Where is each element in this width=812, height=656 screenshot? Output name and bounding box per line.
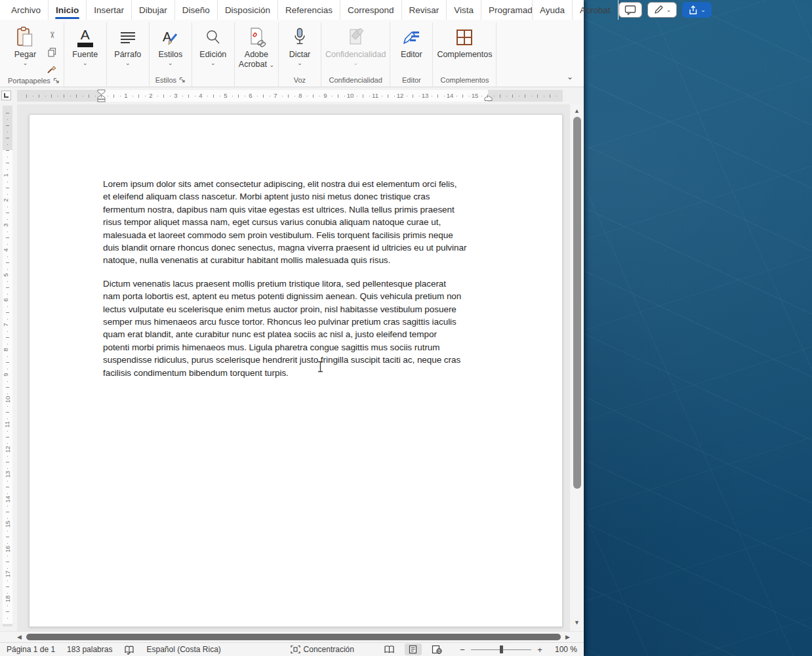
tab-archivo[interactable]: Archivo [4, 0, 49, 20]
scroll-right-arrow[interactable]: ▶ [565, 634, 570, 640]
ruler-tick [7, 356, 8, 357]
ruler-tick [245, 96, 245, 96]
ruler-tick [7, 618, 8, 619]
scroll-down-arrow[interactable]: ▼ [570, 619, 584, 626]
horizontal-scrollbar[interactable]: ◀ ▶ [0, 631, 584, 642]
adobe-acrobat-button[interactable]: Adobe Acrobat ⌄ [239, 25, 274, 70]
word-count[interactable]: 183 palabras [67, 645, 112, 654]
font-label: Fuente [72, 50, 98, 60]
horizontal-ruler[interactable]: 123456789101112131415 [17, 90, 563, 102]
ruler-tick [338, 94, 338, 98]
ruler-tick [7, 157, 8, 157]
ruler-tick [506, 96, 507, 96]
print-layout-button[interactable] [405, 644, 422, 655]
ruler-tick [519, 96, 519, 96]
web-layout-button[interactable] [428, 644, 445, 655]
editor-button[interactable]: Editor [394, 25, 428, 60]
paragraph[interactable]: Lorem ipsum dolor sits amet consectetur … [103, 178, 497, 267]
read-mode-button[interactable] [381, 644, 398, 655]
ruler-tick [6, 362, 9, 363]
tab-acrobat[interactable]: Acrobat [573, 0, 619, 20]
paragraph-menu-button[interactable]: Párrafo ⌄ [111, 25, 145, 66]
zoom-slider-thumb[interactable] [500, 646, 503, 653]
text-line: fermentum nostra, dapibus nam quis vitae… [103, 203, 497, 216]
scroll-left-arrow[interactable]: ◀ [17, 634, 22, 640]
addins-label: Complementos [437, 50, 492, 60]
zoom-slider[interactable] [471, 645, 531, 654]
vertical-scroll-thumb[interactable] [573, 117, 581, 489]
collapse-ribbon-button[interactable]: ⌄ [567, 72, 573, 81]
language-indicator[interactable]: Español (Costa Rica) [146, 645, 220, 654]
ruler-tick [307, 96, 308, 96]
proofing-status[interactable] [124, 645, 134, 655]
vertical-ruler[interactable]: 123456789101112131415161718 [3, 106, 12, 626]
tab-revisar[interactable]: Revisar [402, 0, 447, 20]
font-menu-button[interactable]: A Fuente ⌄ [68, 25, 102, 66]
dialog-launcher-icon[interactable] [53, 77, 60, 84]
scroll-up-arrow[interactable]: ▲ [570, 108, 584, 114]
tab-referencias[interactable]: Referencias [278, 0, 340, 20]
ruler-tick [101, 94, 102, 98]
page-indicator[interactable]: Página 1 de 1 [7, 645, 55, 654]
hruler-number: 6 [249, 92, 252, 99]
copy-button[interactable] [45, 46, 59, 58]
ruler-tick [419, 96, 420, 96]
dialog-launcher-icon[interactable] [179, 77, 186, 83]
vertical-scrollbar[interactable]: ▲ ▼ [569, 104, 584, 631]
vruler-number: 13 [4, 471, 11, 478]
zoom-out-button[interactable]: − [459, 645, 466, 655]
ruler-tick [6, 462, 9, 462]
ruler-tick [45, 96, 46, 96]
ruler-tick [288, 94, 289, 98]
text-line: Lorem ipsum dolor sits amet consectetur … [103, 178, 497, 190]
tab-inicio[interactable]: Inicio [49, 0, 87, 20]
paste-button[interactable]: Pegar ⌄ [8, 25, 42, 66]
share-button[interactable]: ⌄ [682, 2, 712, 18]
right-indent-marker[interactable] [484, 96, 493, 102]
ruler-tick [7, 344, 8, 344]
horizontal-scroll-thumb[interactable] [26, 634, 561, 640]
tab-correspond[interactable]: Correspond [340, 0, 402, 20]
paragraph[interactable]: Dictum venenatis lacus praesent mollis p… [103, 277, 497, 379]
ruler-tick [6, 337, 9, 338]
ruler-tick [7, 256, 8, 257]
ruler-tick [6, 113, 9, 113]
chevron-down-icon: ⌄ [168, 60, 173, 66]
hruler-number: 1 [124, 92, 127, 99]
format-painter-button[interactable] [45, 63, 59, 75]
comments-button[interactable] [619, 2, 642, 18]
ribbon-group-paragraph: Párrafo ⌄ [107, 22, 150, 87]
chevron-down-icon: ⌄ [567, 72, 573, 81]
tab-stop-selector[interactable] [1, 91, 11, 100]
cut-button[interactable]: ✂ [45, 29, 59, 41]
dictate-label: Dictar [289, 50, 311, 60]
ribbon-group-editor: Editor Editor [390, 22, 433, 87]
zoom-in-button[interactable]: + [537, 645, 543, 655]
tab-vista[interactable]: Vista [447, 0, 481, 20]
zoom-percentage[interactable]: 100 % [555, 645, 577, 654]
tab-ayuda[interactable]: Ayuda [533, 0, 573, 20]
tab-insertar[interactable]: Insertar [87, 0, 132, 20]
tab-diseño[interactable]: Diseño [175, 0, 218, 20]
ruler-tick [7, 369, 8, 369]
dictate-button[interactable]: Dictar ⌄ [283, 25, 317, 66]
tab-disposición[interactable]: Disposición [218, 0, 278, 20]
tab-dibujar[interactable]: Dibujar [132, 0, 175, 20]
focus-mode-button[interactable]: Concentración [291, 645, 354, 654]
editing-menu-button[interactable]: Edición ⌄ [196, 25, 230, 66]
ribbon-group-acrobat: Adobe Acrobat ⌄ [235, 22, 279, 87]
ruler-tick [6, 611, 9, 612]
ruler-tick [6, 437, 9, 438]
tab-programado[interactable]: Programado [481, 0, 533, 20]
ruler-tick [207, 96, 208, 96]
document-page[interactable]: Lorem ipsum dolor sits amet consectetur … [29, 114, 563, 627]
vruler-number: 12 [4, 446, 11, 453]
drawing-button[interactable]: ⌄ [647, 2, 678, 18]
ruler-tick [7, 518, 8, 519]
paragraph-icon [120, 25, 136, 50]
styles-menu-button[interactable]: A Estilos ⌄ [153, 25, 188, 66]
text-line: duis blandit ornare rhoncus donec senect… [103, 241, 497, 254]
addins-button[interactable]: Complementos [437, 25, 492, 60]
ruler-tick [469, 96, 470, 96]
chevron-down-icon: ⌄ [666, 7, 672, 13]
